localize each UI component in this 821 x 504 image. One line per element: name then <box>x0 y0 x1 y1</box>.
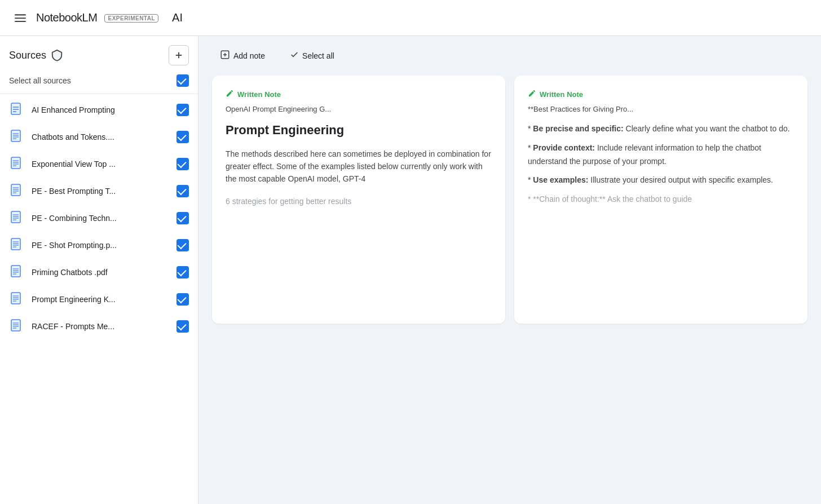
source-name-3: PE - Best Prompting T... <box>32 187 176 196</box>
note-body-line-1: * Provide context: Include relevant info… <box>528 142 794 169</box>
svg-rect-44 <box>11 320 20 331</box>
source-checkbox-3[interactable] <box>176 185 189 197</box>
note-body-line-2: * Use examples: Illustrate your desired … <box>528 174 794 187</box>
source-name-2: Exponential View Top ... <box>32 160 176 169</box>
svg-rect-24 <box>11 211 20 223</box>
select-all-checkbox[interactable] <box>176 74 189 87</box>
checkmark-icon <box>290 50 299 61</box>
svg-rect-14 <box>11 157 20 169</box>
app-logo: NotebookLM EXPERIMENTAL <box>36 11 158 24</box>
note-body-faded: * **Chain of thought:** Ask the chatbot … <box>528 193 794 206</box>
main-layout: Sources Select all sources <box>0 36 821 504</box>
document-icon-2 <box>9 156 25 172</box>
document-icon-1 <box>9 129 25 145</box>
sources-label: Sources <box>9 50 46 61</box>
source-item-chatbots[interactable]: Chatbots and Tokens.... <box>0 123 198 151</box>
svg-rect-19 <box>11 184 20 196</box>
add-source-button[interactable] <box>169 45 189 65</box>
source-item-pe-shot[interactable]: PE - Shot Prompting.p... <box>0 232 198 259</box>
source-name-7: Prompt Engineering K... <box>32 295 176 304</box>
document-icon <box>9 102 25 118</box>
select-all-toolbar-label: Select all <box>302 51 334 60</box>
sidebar: Sources Select all sources <box>0 36 198 504</box>
content-area: Add note Select all <box>198 36 821 504</box>
source-list: AI Enhanced Prompting Chatbots and Token… <box>0 94 198 342</box>
page-title: AI <box>172 11 183 24</box>
source-item-prompt-eng-k[interactable]: Prompt Engineering K... <box>0 286 198 313</box>
source-checkbox-6[interactable] <box>176 266 189 278</box>
note-source-0: OpenAI Prompt Engineering G... <box>226 105 492 113</box>
source-checkbox-5[interactable] <box>176 239 189 251</box>
source-item-racef[interactable]: RACEF - Prompts Me... <box>0 313 198 340</box>
source-item-exponential[interactable]: Exponential View Top ... <box>0 151 198 178</box>
svg-rect-29 <box>11 238 20 250</box>
source-checkbox-2[interactable] <box>176 158 189 170</box>
shield-icon <box>51 49 63 61</box>
note-source-1: **Best Practices for Giving Pro... <box>528 105 794 113</box>
note-body-0: The methods described here can sometimes… <box>226 148 492 185</box>
source-item-ai-enhanced[interactable]: AI Enhanced Prompting <box>0 96 198 123</box>
source-checkbox-1[interactable] <box>176 131 189 143</box>
note-footer-0: 6 strategies for getting better results <box>226 197 492 206</box>
source-checkbox-8[interactable] <box>176 320 189 333</box>
note-card-1: Written Note **Best Practices for Giving… <box>514 76 807 324</box>
notes-grid: Written Note OpenAI Prompt Engineering G… <box>198 76 821 504</box>
svg-rect-39 <box>11 293 20 304</box>
document-icon-8 <box>9 319 25 334</box>
source-checkbox-7[interactable] <box>176 293 189 306</box>
add-note-label: Add note <box>233 51 265 60</box>
note-title-0: Prompt Engineering <box>226 122 492 139</box>
experimental-badge: EXPERIMENTAL <box>104 14 158 23</box>
add-note-icon <box>220 50 230 62</box>
svg-rect-2 <box>15 21 26 22</box>
source-item-priming[interactable]: Priming Chatbots .pdf <box>0 259 198 286</box>
content-toolbar: Add note Select all <box>198 36 821 76</box>
pencil-icon-1 <box>528 89 536 99</box>
sources-title: Sources <box>9 49 63 61</box>
pencil-icon-0 <box>226 89 234 99</box>
source-name-0: AI Enhanced Prompting <box>32 105 176 114</box>
document-icon-3 <box>9 183 25 199</box>
note-label-1: Written Note <box>528 89 794 99</box>
sidebar-header: Sources <box>0 36 198 70</box>
select-all-row: Select all sources <box>0 70 198 94</box>
source-name-1: Chatbots and Tokens.... <box>32 132 176 142</box>
document-icon-7 <box>9 291 25 307</box>
svg-rect-1 <box>15 17 26 19</box>
source-name-6: Priming Chatbots .pdf <box>32 268 176 277</box>
select-all-button[interactable]: Select all <box>282 46 342 66</box>
svg-rect-5 <box>11 103 20 114</box>
note-label-0: Written Note <box>226 89 492 99</box>
svg-rect-0 <box>15 14 26 15</box>
document-icon-5 <box>9 237 25 253</box>
source-item-pe-combining[interactable]: PE - Combining Techn... <box>0 205 198 232</box>
topbar: NotebookLM EXPERIMENTAL AI <box>0 0 821 36</box>
source-checkbox-0[interactable] <box>176 104 189 116</box>
note-card-0: Written Note OpenAI Prompt Engineering G… <box>212 76 505 324</box>
source-name-8: RACEF - Prompts Me... <box>32 322 176 331</box>
note-body-1: * Be precise and specific: Clearly defin… <box>528 122 794 206</box>
menu-icon[interactable] <box>9 7 32 29</box>
document-icon-4 <box>9 210 25 226</box>
note-body-line-0: * Be precise and specific: Clearly defin… <box>528 122 794 136</box>
add-note-button[interactable]: Add note <box>212 45 273 67</box>
source-item-pe-best[interactable]: PE - Best Prompting T... <box>0 178 198 205</box>
source-name-4: PE - Combining Techn... <box>32 214 176 223</box>
source-name-5: PE - Shot Prompting.p... <box>32 241 176 250</box>
svg-rect-34 <box>11 266 20 277</box>
svg-rect-9 <box>11 130 20 142</box>
document-icon-6 <box>9 264 25 280</box>
select-all-label: Select all sources <box>9 76 71 85</box>
source-checkbox-4[interactable] <box>176 212 189 224</box>
